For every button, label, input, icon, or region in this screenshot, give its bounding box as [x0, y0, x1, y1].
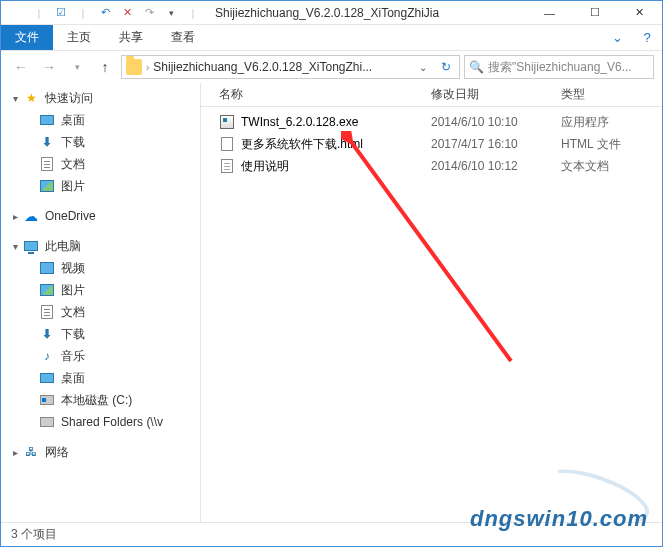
up-button[interactable]: ↑: [93, 55, 117, 79]
star-icon: ★: [23, 90, 39, 106]
download-icon: ⬇: [39, 134, 55, 150]
column-headers: 名称 修改日期 类型: [201, 83, 662, 107]
quick-access-toolbar: | ☑ | ↶ ✕ ↷ ▾ |: [1, 3, 203, 23]
sidebar-pictures-pc[interactable]: 图片: [1, 279, 200, 301]
folder-icon: [126, 59, 142, 75]
sidebar-quick-access[interactable]: ▾★快速访问: [1, 87, 200, 109]
search-input[interactable]: 🔍 搜索"Shijiezhichuang_V6...: [464, 55, 654, 79]
qat-separator3: |: [183, 3, 203, 23]
cloud-icon: ☁: [23, 208, 39, 224]
file-type: 文本文档: [561, 158, 662, 175]
file-row[interactable]: 更多系统软件下载.html 2017/4/17 16:10 HTML 文件: [201, 133, 662, 155]
picture-icon: [39, 178, 55, 194]
ribbon-help: ⌄ ?: [602, 25, 662, 50]
chevron-right-icon: ›: [146, 62, 149, 73]
title-bar: | ☑ | ↶ ✕ ↷ ▾ | Shijiezhichuang_V6.2.0.1…: [1, 1, 662, 25]
sidebar-downloads[interactable]: ⬇下载: [1, 131, 200, 153]
pc-icon: [23, 238, 39, 254]
ribbon-expand-icon[interactable]: ⌄: [602, 30, 632, 45]
status-bar: 3 个项目: [1, 522, 662, 546]
sidebar-shared-folders[interactable]: Shared Folders (\\v: [1, 411, 200, 433]
folder-icon: [7, 3, 27, 23]
disk-icon: [39, 392, 55, 408]
file-type: HTML 文件: [561, 136, 662, 153]
qat-separator2: |: [73, 3, 93, 23]
search-icon: 🔍: [469, 60, 484, 74]
download-icon: ⬇: [39, 326, 55, 342]
sidebar-desktop-pc[interactable]: 桌面: [1, 367, 200, 389]
minimize-button[interactable]: —: [527, 1, 572, 25]
desktop-icon: [39, 370, 55, 386]
nav-bar: ← → ▾ ↑ › Shijiezhichuang_V6.2.0.128_XiT…: [1, 51, 662, 83]
file-list[interactable]: TWInst_6.2.0.128.exe 2014/6/10 10:10 应用程…: [201, 107, 662, 522]
undo-icon[interactable]: ↶: [95, 3, 115, 23]
sidebar-documents-pc[interactable]: 文档: [1, 301, 200, 323]
breadcrumb-text[interactable]: Shijiezhichuang_V6.2.0.128_XiTongZhi...: [153, 60, 372, 74]
sidebar-this-pc[interactable]: ▾此电脑: [1, 235, 200, 257]
back-button[interactable]: ←: [9, 55, 33, 79]
file-type: 应用程序: [561, 114, 662, 131]
file-name: TWInst_6.2.0.128.exe: [241, 115, 358, 129]
file-date: 2017/4/17 16:10: [431, 137, 561, 151]
tab-share[interactable]: 共享: [105, 25, 157, 50]
txt-icon: [219, 158, 235, 174]
sidebar-documents[interactable]: 文档: [1, 153, 200, 175]
sidebar-disk-c[interactable]: 本地磁盘 (C:): [1, 389, 200, 411]
col-header-type[interactable]: 类型: [561, 86, 662, 103]
delete-icon[interactable]: ✕: [117, 3, 137, 23]
recent-dropdown-icon[interactable]: ▾: [65, 55, 89, 79]
close-button[interactable]: ✕: [617, 1, 662, 25]
content-pane: 名称 修改日期 类型 TWInst_6.2.0.128.exe 2014/6/1…: [201, 83, 662, 522]
address-dropdown-icon[interactable]: ⌄: [413, 62, 433, 73]
qat-dropdown-icon[interactable]: ▾: [161, 3, 181, 23]
file-name: 使用说明: [241, 158, 289, 175]
file-row[interactable]: 使用说明 2014/6/10 10:12 文本文档: [201, 155, 662, 177]
properties-icon[interactable]: ☑: [51, 3, 71, 23]
document-icon: [39, 304, 55, 320]
maximize-button[interactable]: ☐: [572, 1, 617, 25]
sidebar-pictures[interactable]: 图片: [1, 175, 200, 197]
refresh-icon[interactable]: ↻: [437, 60, 455, 74]
file-tab[interactable]: 文件: [1, 25, 53, 50]
qat-separator: |: [29, 3, 49, 23]
html-icon: [219, 136, 235, 152]
nav-pane[interactable]: ▾★快速访问 桌面 ⬇下载 文档 图片 ▸☁OneDrive ▾此电脑 视频 图…: [1, 83, 201, 522]
tab-home[interactable]: 主页: [53, 25, 105, 50]
window-title: Shijiezhichuang_V6.2.0.128_XiTongZhiJia: [203, 6, 527, 20]
disk-icon: [39, 414, 55, 430]
item-count: 3 个项目: [11, 526, 57, 543]
desktop-icon: [39, 112, 55, 128]
file-date: 2014/6/10 10:10: [431, 115, 561, 129]
file-name: 更多系统软件下载.html: [241, 136, 363, 153]
body: ▾★快速访问 桌面 ⬇下载 文档 图片 ▸☁OneDrive ▾此电脑 视频 图…: [1, 83, 662, 522]
ribbon-tabs: 文件 主页 共享 查看 ⌄ ?: [1, 25, 662, 51]
tab-view[interactable]: 查看: [157, 25, 209, 50]
document-icon: [39, 156, 55, 172]
file-date: 2014/6/10 10:12: [431, 159, 561, 173]
window-controls: — ☐ ✕: [527, 1, 662, 25]
col-header-name[interactable]: 名称: [201, 86, 431, 103]
sidebar-music[interactable]: ♪音乐: [1, 345, 200, 367]
redo-icon[interactable]: ↷: [139, 3, 159, 23]
sidebar-network[interactable]: ▸🖧网络: [1, 441, 200, 463]
exe-icon: [219, 114, 235, 130]
sidebar-onedrive[interactable]: ▸☁OneDrive: [1, 205, 200, 227]
search-placeholder: 搜索"Shijiezhichuang_V6...: [488, 59, 649, 76]
music-icon: ♪: [39, 348, 55, 364]
address-bar[interactable]: › Shijiezhichuang_V6.2.0.128_XiTongZhi..…: [121, 55, 460, 79]
sidebar-videos[interactable]: 视频: [1, 257, 200, 279]
video-icon: [39, 260, 55, 276]
col-header-date[interactable]: 修改日期: [431, 86, 561, 103]
file-row[interactable]: TWInst_6.2.0.128.exe 2014/6/10 10:10 应用程…: [201, 111, 662, 133]
help-icon[interactable]: ?: [632, 30, 662, 45]
sidebar-desktop[interactable]: 桌面: [1, 109, 200, 131]
sidebar-downloads-pc[interactable]: ⬇下载: [1, 323, 200, 345]
forward-button[interactable]: →: [37, 55, 61, 79]
picture-icon: [39, 282, 55, 298]
network-icon: 🖧: [23, 444, 39, 460]
